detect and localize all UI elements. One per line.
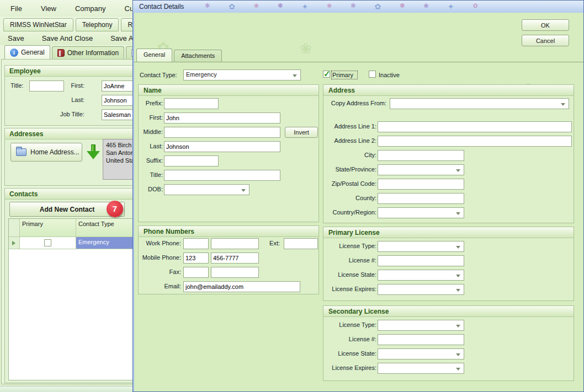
primary-checkbox-label[interactable]: Primary: [332, 72, 357, 78]
cancel-button[interactable]: Cancel: [522, 35, 569, 46]
license-number-input-2[interactable]: [378, 334, 464, 345]
work-phone-label: Work Phone:: [140, 240, 181, 246]
contact-type-combo[interactable]: Emergency: [183, 69, 301, 80]
app-tab-rimss-winnetstar[interactable]: RIMSS WinNetStar: [3, 18, 73, 31]
grid-cell-primary: [20, 237, 76, 249]
ext-label: Ext:: [264, 240, 280, 246]
primary-license-section: Primary License License Type: License #:…: [323, 227, 574, 301]
last-label: Last:: [140, 143, 163, 149]
dialog-tab-bar: General Attachments: [134, 49, 583, 62]
email-input[interactable]: [183, 281, 300, 292]
license-state-combo[interactable]: [378, 270, 464, 281]
title-label: Title:: [140, 171, 163, 178]
last-input[interactable]: [164, 141, 280, 152]
app-tab-telephony[interactable]: Telephony: [76, 18, 119, 31]
book-icon: [57, 49, 65, 57]
license-expires-combo-2[interactable]: [378, 363, 464, 374]
fax-area-input[interactable]: [183, 267, 209, 278]
mobile-phone-area-input[interactable]: [183, 253, 209, 264]
dialog-tab-general[interactable]: General: [136, 49, 172, 62]
folder-icon: [16, 148, 26, 156]
secondary-license-section: Secondary License License Type: License …: [323, 305, 574, 381]
tab-other-information[interactable]: Other Information: [52, 46, 124, 60]
invert-button[interactable]: Invert: [285, 127, 318, 138]
dob-label: DOB:: [140, 186, 163, 192]
menu-file[interactable]: File: [6, 3, 27, 14]
grid-row-selector[interactable]: [9, 237, 20, 249]
middle-input[interactable]: [164, 127, 280, 138]
name-section: Name Prefix: First: Middle: Invert Last:…: [138, 84, 319, 222]
tab-general[interactable]: i General: [4, 45, 50, 60]
copy-address-from-combo[interactable]: [390, 98, 569, 109]
contact-type-label: Contact Type:: [140, 72, 183, 78]
employee-first-label: First:: [38, 82, 84, 89]
zip-postal-code-label: Zip/Postal Code:: [325, 180, 376, 187]
green-arrow-icon[interactable]: [87, 143, 100, 162]
prefix-input[interactable]: [164, 98, 219, 109]
save-and-close-button[interactable]: Save And Close: [40, 33, 95, 44]
license-type-combo-2[interactable]: [378, 320, 464, 331]
zip-postal-code-input[interactable]: [378, 179, 464, 190]
grid-primary-checkbox[interactable]: [44, 239, 51, 246]
license-number-label-2: License #:: [325, 336, 376, 342]
mobile-phone-label: Mobile Phone:: [140, 254, 181, 261]
license-state-combo-2[interactable]: [378, 348, 464, 359]
work-phone-number-input[interactable]: [211, 238, 259, 249]
primary-checkbox[interactable]: [323, 71, 330, 78]
inactive-checkbox[interactable]: [369, 71, 376, 78]
license-number-label: License #:: [325, 257, 376, 264]
county-label: County:: [325, 195, 376, 201]
city-label: City:: [325, 152, 376, 158]
county-input[interactable]: [378, 193, 464, 204]
dialog-title-bar[interactable]: Contact Details ✻✿❀✽✦❀✻✿✽❀✦✿: [133, 1, 583, 13]
inactive-checkbox-label[interactable]: Inactive: [379, 72, 406, 78]
address-line1-input[interactable]: [378, 121, 572, 132]
city-input[interactable]: [378, 150, 464, 161]
titlebar-decoration: ✻✿❀✽✦❀✻✿✽❀✦✿: [205, 2, 580, 11]
dialog-title: Contact Details: [139, 3, 184, 10]
address-line2-input[interactable]: [378, 136, 572, 147]
menu-company[interactable]: Company: [70, 3, 111, 14]
license-expires-combo[interactable]: [378, 284, 464, 295]
secondary-license-header: Secondary License: [323, 306, 574, 317]
ok-button[interactable]: OK: [522, 19, 569, 31]
license-state-label: License State:: [325, 271, 376, 278]
employee-title-label: Title:: [10, 82, 30, 89]
license-number-input[interactable]: [378, 255, 464, 266]
state-province-combo[interactable]: [378, 164, 464, 175]
country-region-label: Country/Region:: [325, 209, 376, 216]
step-badge: 7: [107, 201, 123, 217]
save-button[interactable]: Save: [6, 33, 26, 44]
first-input[interactable]: [164, 112, 280, 123]
copy-address-from-label: Copy Address From:: [325, 100, 386, 106]
mobile-phone-number-input[interactable]: [211, 253, 259, 264]
dialog-body: ✿❀✿❀✿❀✿❀ OK Cancel General Attachments C…: [134, 13, 583, 391]
license-type-combo[interactable]: [378, 241, 464, 252]
contact-type-value: Emergency: [186, 71, 217, 78]
suffix-label: Suffix:: [140, 157, 163, 164]
fax-number-input[interactable]: [211, 267, 259, 278]
screen: File View Company Customer N RIMSS WinNe…: [0, 0, 584, 392]
license-state-label-2: License State:: [325, 350, 376, 357]
address-section-header: Address: [323, 85, 574, 96]
phone-section-header: Phone Numbers: [139, 226, 318, 237]
address-section: Address Copy Address From: Address Line …: [323, 84, 574, 223]
dob-combo[interactable]: [164, 184, 249, 195]
first-label: First:: [140, 114, 163, 121]
license-expires-label-2: License Expires:: [325, 364, 376, 371]
license-type-label-2: License Type:: [325, 321, 376, 328]
employee-jobtitle-label: Job Title:: [38, 111, 84, 117]
home-address-button[interactable]: Home Address...: [10, 143, 82, 162]
primary-license-header: Primary License: [323, 227, 574, 238]
grid-col-primary[interactable]: Primary: [20, 219, 76, 237]
tab-other-information-label: Other Information: [67, 49, 119, 57]
country-region-combo[interactable]: [378, 207, 464, 218]
address-line2-label: Address Line 2:: [325, 137, 376, 144]
grid-selector-header: [9, 219, 20, 237]
work-phone-area-input[interactable]: [183, 238, 209, 249]
dialog-tab-attachments[interactable]: Attachments: [174, 50, 222, 62]
ext-input[interactable]: [284, 238, 318, 249]
title-input[interactable]: [164, 170, 280, 181]
suffix-input[interactable]: [164, 155, 219, 167]
menu-view[interactable]: View: [36, 3, 61, 14]
